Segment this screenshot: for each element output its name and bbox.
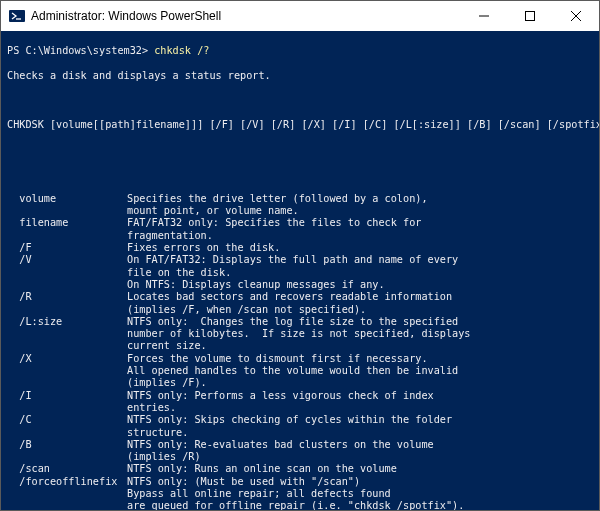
typed-command: chkdsk /? (154, 45, 209, 56)
option-key (7, 230, 127, 242)
option-row: Bypass all online repair; all defects fo… (7, 488, 595, 500)
option-row: are queued for offline repair (i.e. "chk… (7, 500, 595, 510)
option-row: All opened handles to the volume would t… (7, 365, 595, 377)
minimize-button[interactable] (461, 1, 507, 31)
option-key (7, 402, 127, 414)
option-desc: NTFS only: Skips checking of cycles with… (127, 414, 595, 426)
option-desc: Locates bad sectors and recovers readabl… (127, 291, 595, 303)
option-row: /RLocates bad sectors and recovers reada… (7, 291, 595, 303)
option-key (7, 267, 127, 279)
option-key (7, 488, 127, 500)
option-key (7, 304, 127, 316)
option-desc: are queued for offline repair (i.e. "chk… (127, 500, 595, 510)
syntax-line: CHKDSK [volume[[path]filename]]] [/F] [/… (7, 119, 595, 131)
option-desc: NTFS only: (Must be used with "/scan") (127, 476, 595, 488)
terminal-output[interactable]: PS C:\Windows\system32> chkdsk /? Checks… (1, 31, 599, 510)
option-row: /XForces the volume to dismount first if… (7, 353, 595, 365)
option-row: entries. (7, 402, 595, 414)
option-key: /L:size (7, 316, 127, 328)
option-key: /scan (7, 463, 127, 475)
option-desc: On FAT/FAT32: Displays the full path and… (127, 254, 595, 266)
titlebar[interactable]: Administrator: Windows PowerShell (1, 1, 599, 31)
option-desc: NTFS only: Changes the log file size to … (127, 316, 595, 328)
option-row: /CNTFS only: Skips checking of cycles wi… (7, 414, 595, 426)
option-desc: Forces the volume to dismount first if n… (127, 353, 595, 365)
option-key: volume (7, 193, 127, 205)
option-key: /C (7, 414, 127, 426)
powershell-icon (9, 8, 25, 24)
option-desc: Specifies the drive letter (followed by … (127, 193, 595, 205)
option-key (7, 279, 127, 291)
option-row: structure. (7, 427, 595, 439)
option-desc: fragmentation. (127, 230, 595, 242)
option-row: /BNTFS only: Re-evaluates bad clusters o… (7, 439, 595, 451)
option-row: /INTFS only: Performs a less vigorous ch… (7, 390, 595, 402)
option-desc: On NTFS: Displays cleanup messages if an… (127, 279, 595, 291)
option-row: (implies /R) (7, 451, 595, 463)
window-title: Administrator: Windows PowerShell (31, 9, 221, 23)
option-key (7, 365, 127, 377)
option-desc: structure. (127, 427, 595, 439)
option-row: On NTFS: Displays cleanup messages if an… (7, 279, 595, 291)
option-row: filenameFAT/FAT32 only: Specifies the fi… (7, 217, 595, 229)
option-key: /I (7, 390, 127, 402)
option-desc: Bypass all online repair; all defects fo… (127, 488, 595, 500)
option-desc: (implies /F, when /scan not specified). (127, 304, 595, 316)
option-key: /R (7, 291, 127, 303)
option-key (7, 500, 127, 510)
option-desc: mount point, or volume name. (127, 205, 595, 217)
option-row: volumeSpecifies the drive letter (follow… (7, 193, 595, 205)
option-key: /V (7, 254, 127, 266)
blank-line (7, 168, 595, 180)
option-desc: entries. (127, 402, 595, 414)
option-key: /B (7, 439, 127, 451)
option-key (7, 328, 127, 340)
option-row: file on the disk. (7, 267, 595, 279)
option-key (7, 340, 127, 352)
option-desc: (implies /F). (127, 377, 595, 389)
option-desc: current size. (127, 340, 595, 352)
option-row: /scanNTFS only: Runs an online scan on t… (7, 463, 595, 475)
option-row: /FFixes errors on the disk. (7, 242, 595, 254)
option-row: (implies /F). (7, 377, 595, 389)
option-row: number of kilobytes. If size is not spec… (7, 328, 595, 340)
option-key (7, 451, 127, 463)
svg-rect-3 (526, 12, 535, 21)
maximize-icon (525, 11, 535, 21)
close-icon (571, 11, 581, 21)
option-desc: NTFS only: Performs a less vigorous chec… (127, 390, 595, 402)
output-line: Checks a disk and displays a status repo… (7, 70, 595, 82)
option-desc: (implies /R) (127, 451, 595, 463)
option-key (7, 205, 127, 217)
option-desc: FAT/FAT32 only: Specifies the files to c… (127, 217, 595, 229)
option-row: /L:sizeNTFS only: Changes the log file s… (7, 316, 595, 328)
blank-line (7, 94, 595, 106)
maximize-button[interactable] (507, 1, 553, 31)
option-row: /forceofflinefixNTFS only: (Must be used… (7, 476, 595, 488)
close-button[interactable] (553, 1, 599, 31)
blank-line (7, 144, 595, 156)
option-row: mount point, or volume name. (7, 205, 595, 217)
option-desc: number of kilobytes. If size is not spec… (127, 328, 595, 340)
option-key (7, 427, 127, 439)
option-key: /forceofflinefix (7, 476, 127, 488)
minimize-icon (479, 11, 489, 21)
option-row: fragmentation. (7, 230, 595, 242)
prompt-path: PS C:\Windows\system32> (7, 45, 154, 56)
prompt-line: PS C:\Windows\system32> chkdsk /? (7, 45, 595, 57)
option-desc: NTFS only: Re-evaluates bad clusters on … (127, 439, 595, 451)
option-desc: file on the disk. (127, 267, 595, 279)
option-key: filename (7, 217, 127, 229)
option-desc: NTFS only: Runs an online scan on the vo… (127, 463, 595, 475)
powershell-window: Administrator: Windows PowerShell PS C:\… (0, 0, 600, 511)
option-key: /X (7, 353, 127, 365)
option-row: (implies /F, when /scan not specified). (7, 304, 595, 316)
option-key (7, 377, 127, 389)
option-row: current size. (7, 340, 595, 352)
option-desc: All opened handles to the volume would t… (127, 365, 595, 377)
option-row: /VOn FAT/FAT32: Displays the full path a… (7, 254, 595, 266)
option-key: /F (7, 242, 127, 254)
options-block: volumeSpecifies the drive letter (follow… (7, 193, 595, 510)
option-desc: Fixes errors on the disk. (127, 242, 595, 254)
